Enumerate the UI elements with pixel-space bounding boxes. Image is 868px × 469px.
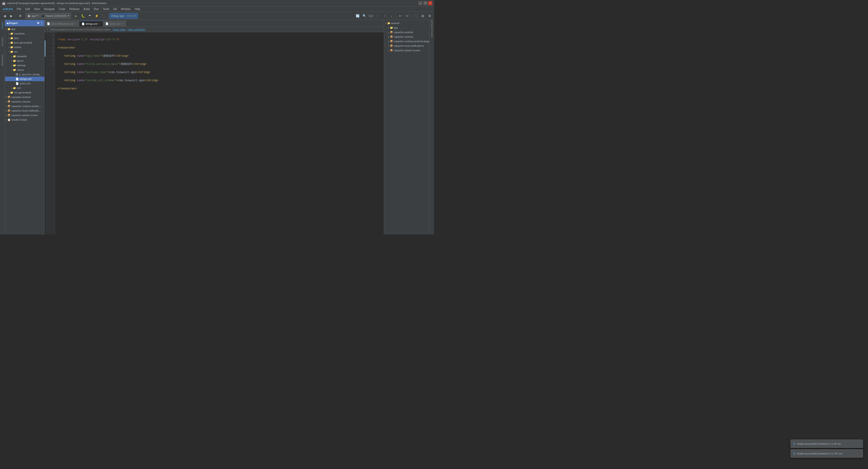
tree-label: strings.xml: [20, 78, 31, 80]
close-button[interactable]: ✕: [428, 1, 432, 5]
toolbar-sync-button[interactable]: 🔄: [354, 13, 361, 19]
tree-item-drawable[interactable]: ▸ 📁 drawable: [5, 54, 44, 59]
tree-item-java[interactable]: ▸ 📁 java: [5, 36, 44, 40]
menu-bar: android File Edit View Navigate Code Ref…: [0, 6, 434, 12]
tree-item-cap-camera[interactable]: ▸ 📦 capacitor-camera: [5, 99, 44, 104]
open-editor-btn[interactable]: Open editor: [113, 28, 126, 31]
menu-window[interactable]: Window: [119, 7, 132, 11]
stop-button[interactable]: ⬛: [100, 13, 107, 19]
project-header-gear[interactable]: ⚙: [37, 22, 39, 25]
tree-item-xml[interactable]: ▸ 📁 xml: [5, 86, 44, 90]
debug-button[interactable]: 🐛: [80, 13, 86, 19]
profile-button[interactable]: ⚡: [94, 13, 100, 19]
toolbar-search-button[interactable]: 🔍: [361, 13, 368, 19]
editor-tab-bar: 📄 AndroidManifest.xml ✕ 📄 strings.xml ✕ …: [44, 20, 384, 27]
rtree-item-cap-splash[interactable]: ▸ 📦 capacitor-splash-screen: [384, 48, 429, 53]
menu-run[interactable]: Run: [92, 7, 101, 11]
toolbar-back-button[interactable]: ◀: [1, 13, 8, 19]
project-tab-btn[interactable]: Project: [1, 21, 4, 30]
tree-item-styles-xml[interactable]: ▸ 📄 styles.xml: [5, 81, 44, 86]
tree-item-values[interactable]: ▾ 📁 values: [5, 67, 44, 72]
hide-notification-btn[interactable]: Hide notification: [128, 28, 145, 31]
tree-item-gradle[interactable]: ▸ 📋 Gradle Scripts: [5, 117, 44, 122]
toolbar-push-button[interactable]: ↑: [381, 13, 388, 19]
tree-item-java-gen[interactable]: ▸ 📁 java (generated): [5, 40, 44, 45]
arrow-icon: ▸: [6, 105, 7, 107]
menu-help[interactable]: Help: [133, 7, 142, 11]
tree-item-cap-splash[interactable]: ▸ 📦 capacitor-splash-screen: [5, 113, 44, 117]
menu-tools[interactable]: Tools: [101, 7, 111, 11]
coverage-button[interactable]: ☂: [87, 13, 93, 19]
debug-label: Debug 'app' Shift+F9: [109, 13, 138, 19]
menu-navigate[interactable]: Navigate: [42, 7, 56, 11]
rtree-item-android[interactable]: ▸ 📁 android: [384, 21, 429, 25]
code-line-4: <string name="title_activity_main">宠物动环<…: [57, 62, 381, 66]
tree-item-ic-launcher[interactable]: ▸ 🖼 ic_launcher_backg…: [5, 72, 44, 77]
tree-item-mipmap[interactable]: ▸ 📁 mipmap: [5, 63, 44, 67]
app-selector[interactable]: 🤖 app ▾: [26, 13, 39, 19]
window-controls[interactable]: — ❐ ✕: [418, 1, 432, 5]
menu-android[interactable]: android: [1, 7, 14, 11]
tree-item-cap-android[interactable]: ▸ 📦 capacitor-android: [5, 95, 44, 99]
rtree-item-cap-local-notif[interactable]: ▸ 📦 capacitor-local-notifications: [384, 43, 429, 48]
menu-git[interactable]: Git: [112, 7, 119, 11]
maximize-button[interactable]: ❐: [423, 1, 427, 5]
tree-item-res-gen[interactable]: ▸ 📁 res (generated): [5, 90, 44, 95]
menu-view[interactable]: View: [32, 7, 42, 11]
rtree-item-cap-android[interactable]: ▸ 📦 capacitor-android: [384, 30, 429, 34]
tree-label: res: [14, 50, 18, 53]
tree-item-strings-xml[interactable]: ▸ 📄 strings.xml: [5, 77, 44, 81]
project-header-more[interactable]: ⋮: [40, 22, 43, 25]
folder-icon: 📁: [10, 32, 13, 35]
menu-build[interactable]: Build: [82, 7, 92, 11]
bookmarks-tab-btn[interactable]: Bookmarks: [1, 54, 4, 67]
menu-code[interactable]: Code: [57, 7, 67, 11]
code-editor[interactable]: 1 2 3 4 5 6 7 8 <?xml version='1.0' enco…: [44, 32, 384, 235]
menu-file[interactable]: File: [15, 7, 23, 11]
tree-item-cap-local-notif[interactable]: ▸ 📦 capacitor-local-notificatio…: [5, 109, 44, 113]
rtree-label: capacitor-local-notifications: [394, 45, 424, 47]
toolbar-undo-button[interactable]: ↩: [397, 13, 404, 19]
toolbar-more-button[interactable]: ⚙: [426, 13, 433, 19]
toolbar-forward-button[interactable]: ▶: [8, 13, 14, 19]
rtree-item-cap-camera[interactable]: ▸ 📦 capacitor-camera: [384, 34, 429, 39]
arrow-icon: ▸: [11, 87, 12, 89]
tab-strings-xml[interactable]: 📄 strings.xml ✕: [79, 21, 103, 27]
tree-item-app[interactable]: ▾ 📁 app: [5, 27, 44, 31]
arrow-icon: ▾: [11, 69, 12, 71]
toolbar-redo-button[interactable]: ↪: [404, 13, 410, 19]
tab-styles-xml[interactable]: 📄 styles.xml ✕: [103, 21, 126, 27]
tree-label: res (generated): [14, 91, 31, 94]
structure-tab-btn[interactable]: Structure: [1, 36, 4, 47]
tab-close-button[interactable]: ✕: [98, 23, 101, 25]
tree-label: capacitor-local-notificatio…: [11, 109, 41, 112]
toolbar-settings-button[interactable]: ⚙: [17, 13, 23, 19]
folder-icon: 📁: [10, 50, 13, 53]
build-variants-btn[interactable]: Build Variants: [430, 29, 434, 33]
minimize-button[interactable]: —: [418, 1, 422, 5]
rtree-item-cap-cordova[interactable]: ▸ 📦 capacitor-cordova-android-plugins: [384, 39, 429, 43]
tree-item-assets[interactable]: ▸ 📁 assets: [5, 45, 44, 50]
toolbar-terminal-button[interactable]: ⬛: [413, 13, 419, 19]
toolbar-commit-button[interactable]: ✓: [375, 13, 381, 19]
tab-close-button[interactable]: ✕: [121, 23, 124, 25]
menu-edit[interactable]: Edit: [23, 7, 32, 11]
tree-item-layout[interactable]: ▸ 📁 layout: [5, 59, 44, 63]
device-selector[interactable]: 📱 Xiaomi 22101316C ▾: [40, 13, 71, 19]
tab-close-button[interactable]: ✕: [74, 23, 77, 25]
toolbar-pull-button[interactable]: ↓: [389, 13, 395, 19]
code-line-5: <string name="package_name">com.taiwuict…: [57, 70, 381, 75]
toolbar-sep-6: [411, 13, 412, 18]
arrow-icon: ▸: [9, 91, 10, 94]
menu-refactor[interactable]: Refactor: [67, 7, 81, 11]
code-content[interactable]: <?xml version='1.0' encoding='utf-8'?> <…: [55, 32, 384, 235]
tree-item-res[interactable]: ▾ 📁 res: [5, 50, 44, 54]
toolbar-git-button[interactable]: Git:: [368, 13, 374, 19]
rtree-item-app[interactable]: ▸ 📁 app: [384, 25, 429, 30]
tree-item-manifests[interactable]: ▸ 📁 manifests: [5, 31, 44, 36]
run-button[interactable]: ▶: [73, 13, 80, 19]
toolbar-layout-button[interactable]: ⊞: [420, 13, 426, 19]
arrow-icon: ▸: [6, 110, 7, 112]
tree-item-cap-cordova[interactable]: ▸ 📦 capacitor-cordova-androi…: [5, 104, 44, 109]
tab-androidmanifest[interactable]: 📄 AndroidManifest.xml ✕: [44, 21, 79, 27]
